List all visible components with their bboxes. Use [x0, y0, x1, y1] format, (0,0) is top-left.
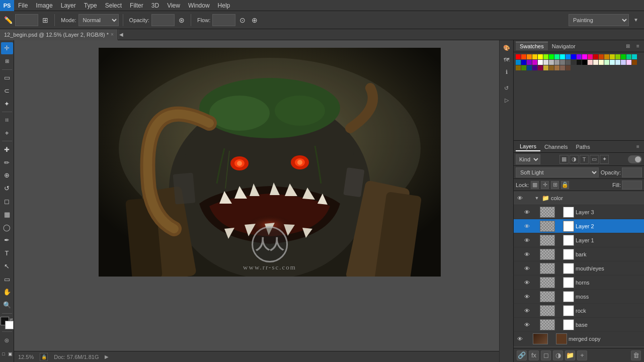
layer-row[interactable]: 👁bark	[514, 247, 644, 261]
layer-visibility-toggle[interactable]: 👁	[523, 250, 531, 258]
add-link-btn[interactable]: 🔗	[517, 350, 527, 360]
add-group-btn[interactable]: 📁	[565, 350, 575, 360]
swatch-color[interactable]	[588, 60, 593, 65]
swatch-color[interactable]	[543, 60, 548, 65]
layer-row[interactable]: 👁Layer 2	[514, 219, 644, 233]
swatch-color[interactable]	[632, 60, 637, 65]
swatch-color[interactable]	[554, 60, 559, 65]
blend-mode-select[interactable]: Soft Light	[516, 167, 599, 177]
swatch-color[interactable]	[621, 60, 626, 65]
menu-image[interactable]: Image	[32, 1, 56, 10]
doc-tab-close[interactable]: ×	[111, 32, 114, 37]
menu-type[interactable]: Type	[80, 1, 101, 10]
tab-swatches[interactable]: Swatches	[516, 42, 548, 50]
swatch-color[interactable]	[543, 65, 548, 70]
swatch-color[interactable]	[571, 60, 576, 65]
opacity-wrap[interactable]: 100%	[151, 14, 175, 26]
layer-visibility-toggle[interactable]: 👁	[523, 321, 531, 329]
side-info-icon[interactable]: ℹ	[501, 66, 512, 77]
swatch-color[interactable]	[582, 60, 587, 65]
new-layer-btn[interactable]: +	[577, 350, 587, 360]
swatch-color[interactable]	[566, 65, 571, 70]
healing-tool[interactable]: ✚	[1, 143, 13, 155]
layer-row[interactable]: 👁horns	[514, 276, 644, 290]
lock-artboard-btn[interactable]: ⊞	[551, 181, 559, 189]
swatch-color[interactable]	[549, 65, 554, 70]
layer-visibility-toggle[interactable]: 👁	[516, 335, 524, 343]
swatch-color[interactable]	[560, 60, 565, 65]
group-expand-arrow[interactable]: ▼	[534, 195, 540, 201]
swatch-color[interactable]	[554, 54, 559, 59]
menu-view[interactable]: View	[163, 1, 184, 10]
flow-wrap[interactable]: 100%	[212, 14, 235, 26]
swatch-color[interactable]	[571, 54, 576, 59]
swap-colors-icon[interactable]: ⇌	[10, 317, 13, 322]
side-swatches-icon[interactable]: 🎨	[501, 42, 512, 53]
type-tool[interactable]: T	[1, 247, 13, 259]
menu-window[interactable]: Window	[184, 1, 214, 10]
magic-wand-tool[interactable]: ✦	[1, 98, 13, 110]
layer-visibility-toggle[interactable]: 👁	[523, 264, 531, 273]
tab-channels[interactable]: Channels	[540, 143, 572, 151]
tab-paths[interactable]: Paths	[572, 143, 594, 151]
swatch-color[interactable]	[516, 65, 521, 70]
mode-select[interactable]: Normal	[78, 14, 119, 26]
zoom-lock-icon[interactable]: 🔒	[40, 353, 48, 361]
pressure-opacity-icon[interactable]: ⊕	[250, 15, 260, 25]
side-navigator-icon[interactable]: 🗺	[501, 54, 512, 65]
swatch-color[interactable]	[521, 60, 526, 65]
layer-visibility-toggle[interactable]: 👁	[523, 222, 531, 230]
swatch-color[interactable]	[521, 65, 526, 70]
swatch-color[interactable]	[527, 54, 532, 59]
status-arrow[interactable]: ▶	[105, 354, 109, 359]
screen-mode-btn2[interactable]: ▣	[8, 348, 13, 360]
lock-pixels-btn[interactable]: ▦	[531, 181, 539, 189]
swatch-color[interactable]	[538, 54, 543, 59]
swatch-color[interactable]	[621, 54, 626, 59]
swatch-color[interactable]	[538, 65, 543, 70]
filter-type-icon[interactable]: T	[580, 155, 589, 164]
swatch-color[interactable]	[516, 54, 521, 59]
pen-tool[interactable]: ✒	[1, 234, 13, 246]
swatch-color[interactable]	[527, 65, 532, 70]
swatch-color[interactable]	[610, 60, 615, 65]
menu-layer[interactable]: Layer	[57, 1, 80, 10]
eraser-tool[interactable]: ◻	[1, 196, 13, 208]
swatch-color[interactable]	[615, 54, 620, 59]
background-color[interactable]	[5, 321, 14, 329]
swatch-color[interactable]	[604, 54, 609, 59]
brush-tool[interactable]: ✏	[1, 156, 13, 168]
gradient-tool[interactable]: ▦	[1, 208, 13, 220]
shape-tool[interactable]: ▭	[1, 273, 13, 285]
swatch-color[interactable]	[593, 54, 598, 59]
panel-search-icon[interactable]: ⊞	[624, 42, 632, 50]
brush-size-wrap[interactable]: 380	[15, 14, 38, 26]
swatch-color[interactable]	[599, 54, 604, 59]
layer-visibility-toggle[interactable]: 👁	[523, 307, 531, 315]
filter-pixel-icon[interactable]: ▦	[559, 155, 569, 164]
workspace-arrow[interactable]: ▼	[631, 15, 641, 25]
swatch-color[interactable]	[527, 60, 532, 65]
filter-shape-icon[interactable]: ▭	[590, 155, 599, 164]
history-brush-tool[interactable]: ↺	[1, 183, 13, 195]
swatch-color[interactable]	[532, 60, 537, 65]
hand-tool[interactable]: ✋	[1, 286, 13, 298]
tab-navigator[interactable]: Navigator	[548, 42, 580, 50]
swatch-color[interactable]	[532, 54, 537, 59]
layer-row[interactable]: 👁rock	[514, 304, 644, 318]
add-fx-btn[interactable]: fx	[529, 350, 539, 360]
layers-panel-menu[interactable]: ≡	[634, 143, 642, 151]
swatch-color[interactable]	[516, 60, 521, 65]
workspace-select[interactable]: Painting	[569, 14, 629, 26]
swatch-color[interactable]	[566, 54, 571, 59]
swatch-color[interactable]	[554, 65, 559, 70]
filter-smart-icon[interactable]: ✦	[600, 155, 609, 164]
swatch-color[interactable]	[604, 60, 609, 65]
swatch-color[interactable]	[582, 54, 587, 59]
crop-tool[interactable]: ⌗	[1, 114, 13, 126]
pressure-size-icon[interactable]: ⊙	[237, 15, 248, 25]
brush-preset-icon[interactable]: ⊞	[40, 15, 50, 25]
swatch-color[interactable]	[615, 60, 620, 65]
layer-row[interactable]: 👁mouth/eyes	[514, 261, 644, 276]
swatch-color[interactable]	[588, 54, 593, 59]
